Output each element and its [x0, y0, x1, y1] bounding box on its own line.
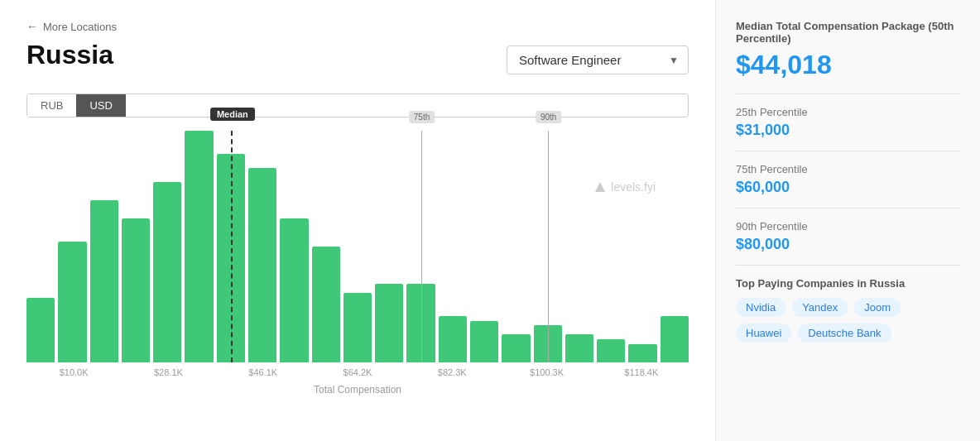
chart-bar	[280, 218, 308, 362]
chart-bar	[502, 334, 530, 362]
bar-wrapper	[26, 131, 55, 362]
location-title: Russia	[26, 40, 113, 70]
bar-wrapper: Median	[217, 131, 245, 362]
chart-bar	[565, 334, 593, 362]
company-tag[interactable]: Deutsche Bank	[798, 324, 891, 343]
company-tag[interactable]: Yandex	[792, 298, 848, 317]
bar-wrapper	[502, 131, 530, 362]
bar-wrapper: 75th	[406, 131, 435, 362]
currency-rub-button[interactable]: RUB	[27, 94, 76, 117]
x-axis-label: $118.4K	[594, 367, 689, 377]
chart-bar	[26, 298, 55, 362]
chart-bar	[153, 182, 181, 362]
bar-wrapper	[628, 131, 656, 362]
x-axis-label: $46.1K	[216, 367, 310, 377]
x-axis: $10.0K$28.1K$46.1K$64.2K$82.3K$100.3K$11…	[26, 362, 689, 377]
divider-1	[736, 93, 960, 94]
chart-bar	[439, 316, 467, 362]
bar-wrapper	[343, 131, 372, 362]
p90-stat: 90th Percentile $80,000	[736, 220, 960, 253]
chart-bar	[312, 247, 340, 362]
x-axis-label: $10.0K	[26, 367, 121, 377]
bar-wrapper	[470, 131, 498, 362]
chart-bar	[597, 339, 625, 362]
chart-bar	[90, 200, 118, 362]
x-axis-title: Total Compensation	[26, 384, 689, 395]
back-link[interactable]: ← More Locations	[26, 20, 689, 33]
x-axis-label: $64.2K	[310, 367, 405, 377]
bar-wrapper	[58, 131, 86, 362]
p90-label: 90th Percentile	[736, 220, 960, 232]
company-tag[interactable]: Nvidia	[736, 298, 785, 317]
chart-bar	[185, 131, 213, 362]
p75-value: $60,000	[736, 179, 960, 196]
chart-bar	[534, 325, 562, 362]
main-panel: ← More Locations Russia Software Enginee…	[0, 0, 715, 441]
currency-usd-button[interactable]: USD	[76, 94, 125, 117]
chart-bar	[661, 316, 689, 362]
chart-bar	[343, 293, 372, 362]
bar-wrapper	[597, 131, 625, 362]
chart-area: levels.fyi Median75th90th	[26, 131, 689, 362]
median-package-title: Median Total Compensation Package (50th …	[736, 20, 960, 45]
companies-list: NvidiaYandexJoomHuaweiDeutsche Bank	[736, 298, 960, 343]
p25-label: 25th Percentile	[736, 106, 960, 118]
chart-bar	[470, 321, 498, 362]
divider-4	[736, 265, 960, 266]
bar-wrapper	[661, 131, 689, 362]
x-axis-label: $82.3K	[405, 367, 499, 377]
back-arrow-icon: ←	[26, 20, 38, 33]
p75-stat: 75th Percentile $60,000	[736, 163, 960, 196]
bar-wrapper	[375, 131, 403, 362]
header-row: Russia Software Engineer Product Manager…	[26, 40, 689, 80]
company-tag[interactable]: Joom	[854, 298, 901, 317]
currency-toggle[interactable]: RUB USD	[26, 93, 689, 117]
x-axis-label: $100.3K	[499, 367, 593, 377]
top-companies-title: Top Paying Companies in Russia	[736, 277, 960, 290]
bar-wrapper	[565, 131, 593, 362]
right-panel: Median Total Compensation Package (50th …	[715, 0, 980, 441]
bar-wrapper: 90th	[534, 131, 562, 362]
chart-bar	[375, 284, 403, 362]
median-value: $44,018	[736, 50, 960, 80]
divider-2	[736, 151, 960, 151]
p25-stat: 25th Percentile $31,000	[736, 106, 960, 139]
chart-bar	[122, 218, 150, 362]
bar-wrapper	[90, 131, 118, 362]
bar-wrapper	[439, 131, 467, 362]
bar-wrapper	[312, 131, 340, 362]
chart-bar	[406, 284, 435, 362]
p25-value: $31,000	[736, 122, 960, 139]
chart-bar	[628, 344, 656, 362]
bar-wrapper	[153, 131, 181, 362]
bar-wrapper	[280, 131, 308, 362]
job-selector[interactable]: Software Engineer Product Manager Data S…	[507, 46, 689, 74]
x-axis-label: $28.1K	[121, 367, 215, 377]
chart-bar	[217, 154, 245, 362]
bar-wrapper	[122, 131, 150, 362]
bar-wrapper	[248, 131, 276, 362]
divider-3	[736, 208, 960, 209]
chart-bar	[58, 242, 86, 362]
p75-label: 75th Percentile	[736, 163, 960, 175]
chart-container: levels.fyi Median75th90th $10.0K$28.1K$4…	[26, 131, 689, 395]
back-link-label: More Locations	[43, 21, 117, 33]
company-tag[interactable]: Huawei	[736, 324, 791, 343]
job-select-input[interactable]: Software Engineer Product Manager Data S…	[507, 46, 689, 74]
chart-bar	[248, 168, 276, 362]
bar-wrapper	[185, 131, 213, 362]
p90-value: $80,000	[736, 236, 960, 253]
